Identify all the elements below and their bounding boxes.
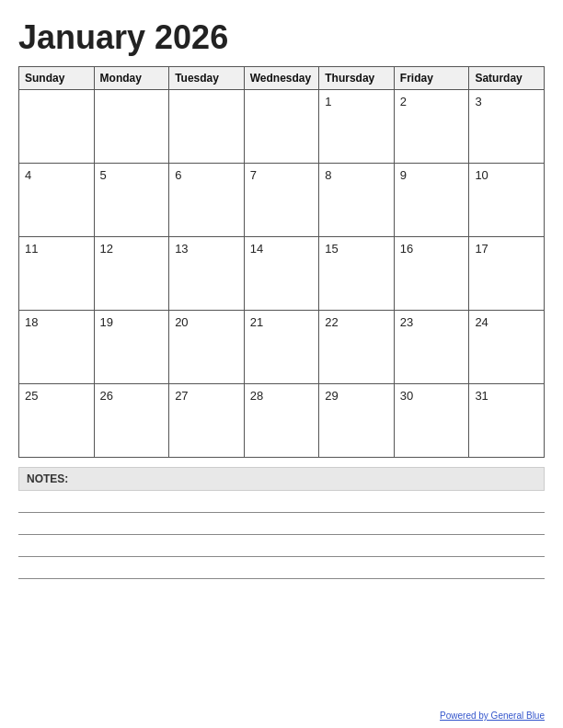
calendar-day-cell: 24 xyxy=(469,311,545,384)
header-friday: Friday xyxy=(394,67,469,90)
calendar-day-cell: 22 xyxy=(319,311,395,384)
calendar-day-cell: 4 xyxy=(19,164,95,237)
calendar-day-cell xyxy=(94,90,169,164)
notes-line-3 xyxy=(18,537,545,557)
calendar-day-cell: 8 xyxy=(319,164,395,237)
calendar-table: Sunday Monday Tuesday Wednesday Thursday… xyxy=(18,66,545,458)
calendar-week-row: 45678910 xyxy=(19,164,545,237)
calendar-day-cell: 20 xyxy=(169,311,245,384)
calendar-day-cell: 13 xyxy=(169,237,245,311)
notes-line-4 xyxy=(18,559,545,579)
calendar-day-cell: 12 xyxy=(94,237,169,311)
calendar-week-row: 18192021222324 xyxy=(19,311,545,384)
calendar-day-cell xyxy=(169,90,245,164)
calendar-week-row: 11121314151617 xyxy=(19,237,545,311)
calendar-day-cell: 26 xyxy=(94,384,169,458)
calendar-day-cell: 15 xyxy=(319,237,395,311)
header-tuesday: Tuesday xyxy=(169,67,245,90)
calendar-day-cell: 11 xyxy=(19,237,95,311)
days-header-row: Sunday Monday Tuesday Wednesday Thursday… xyxy=(19,67,545,90)
notes-label: NOTES: xyxy=(18,467,545,491)
calendar-day-cell xyxy=(244,90,319,164)
calendar-day-cell: 17 xyxy=(469,237,545,311)
header-thursday: Thursday xyxy=(319,67,395,90)
calendar-day-cell: 6 xyxy=(169,164,245,237)
calendar-day-cell: 25 xyxy=(19,384,95,458)
calendar-day-cell: 18 xyxy=(19,311,95,384)
calendar-day-cell: 3 xyxy=(469,90,545,164)
header-saturday: Saturday xyxy=(469,67,545,90)
page-title: January 2026 xyxy=(18,18,545,57)
calendar-day-cell: 30 xyxy=(394,384,469,458)
calendar-day-cell: 7 xyxy=(244,164,319,237)
calendar-day-cell: 9 xyxy=(394,164,469,237)
calendar-day-cell: 23 xyxy=(394,311,469,384)
calendar-day-cell: 27 xyxy=(169,384,245,458)
calendar-day-cell: 10 xyxy=(469,164,545,237)
calendar-day-cell: 16 xyxy=(394,237,469,311)
header-wednesday: Wednesday xyxy=(244,67,319,90)
notes-line-1 xyxy=(18,493,545,513)
calendar-day-cell: 5 xyxy=(94,164,169,237)
calendar-day-cell: 31 xyxy=(469,384,545,458)
calendar-day-cell: 21 xyxy=(244,311,319,384)
header-monday: Monday xyxy=(94,67,169,90)
calendar-week-row: 25262728293031 xyxy=(19,384,545,458)
notes-line-2 xyxy=(18,515,545,535)
calendar-day-cell: 29 xyxy=(319,384,395,458)
header-sunday: Sunday xyxy=(19,67,95,90)
powered-by-label: Powered by General Blue xyxy=(440,711,545,721)
calendar-day-cell: 19 xyxy=(94,311,169,384)
calendar-day-cell: 14 xyxy=(244,237,319,311)
calendar-day-cell xyxy=(19,90,95,164)
calendar-day-cell: 1 xyxy=(319,90,395,164)
calendar-day-cell: 28 xyxy=(244,384,319,458)
calendar-day-cell: 2 xyxy=(394,90,469,164)
calendar-week-row: 123 xyxy=(19,90,545,164)
notes-section: NOTES: xyxy=(18,467,545,579)
